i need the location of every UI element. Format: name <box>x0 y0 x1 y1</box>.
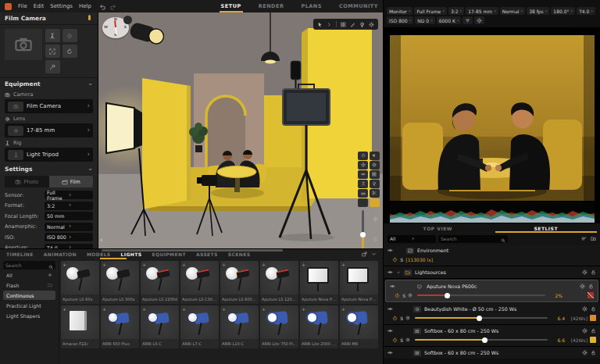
lock-icon[interactable] <box>591 306 596 312</box>
compass-widget[interactable]: N W E S <box>102 16 132 40</box>
light-product-card[interactable]: +ARRI Lite 750 Plus <box>260 305 298 348</box>
viewport-cursor-button[interactable] <box>317 22 323 27</box>
add-light-button[interactable]: + <box>262 306 266 312</box>
light-product-card[interactable]: +Aputure LS 60x <box>61 261 99 304</box>
filter-dropdown[interactable]: All › <box>388 235 436 243</box>
tool-rotate-button[interactable] <box>62 45 77 58</box>
slider-knob[interactable] <box>445 293 450 298</box>
tool-wrench-button[interactable] <box>45 60 60 73</box>
lock-icon[interactable] <box>591 328 596 334</box>
add-light-button[interactable]: + <box>222 262 226 267</box>
intensity-slider[interactable] <box>417 294 545 296</box>
category-practical-light[interactable]: Practical Light <box>3 301 55 310</box>
stack-person-button[interactable] <box>358 180 368 188</box>
setlist-item[interactable]: Softbox - 60 x 80 cm - 250 WsS8.0[42Ws] <box>384 347 600 359</box>
power-icon[interactable] <box>392 257 398 262</box>
light-product-card[interactable]: +Aputure LS 600d Pro <box>220 261 259 304</box>
height-slider[interactable]: 5.6 <box>358 210 368 249</box>
tab-setup[interactable]: SETUP <box>221 0 241 12</box>
tab-community[interactable]: COMMUNITY <box>339 0 378 12</box>
add-light-button[interactable]: + <box>341 306 345 312</box>
menu-settings[interactable]: Settings <box>50 3 73 9</box>
monitor-setting-1785mm[interactable]: 17-85 mm› <box>466 7 498 15</box>
color-wheel-button[interactable] <box>462 16 473 24</box>
light-product-card[interactable]: +ARRI Lite 2000 Plus <box>300 305 338 348</box>
intensity-slider[interactable] <box>415 339 548 341</box>
stack-target-button[interactable] <box>370 161 380 170</box>
mode-photo-button[interactable]: Photo <box>5 176 49 187</box>
sort-button[interactable] <box>581 236 587 241</box>
light-product-card[interactable]: +Amaran F22c <box>61 305 99 348</box>
stack-speaker-button[interactable] <box>370 152 380 160</box>
nav-rotate-button[interactable] <box>373 230 378 245</box>
add-light-button[interactable]: + <box>142 262 146 267</box>
monitor-setting-normal[interactable]: Normal› <box>500 7 525 15</box>
tool-tripod-button[interactable] <box>45 29 60 42</box>
setlist-item[interactable]: Softbox - 60 x 80 cm - 250 WsS6.6[42Ws] <box>384 325 600 347</box>
add-light-button[interactable]: + <box>302 262 305 267</box>
power-icon[interactable] <box>395 293 400 298</box>
viewport-gear-button[interactable] <box>369 22 374 27</box>
tab-render[interactable]: RENDER <box>259 0 284 12</box>
light-color-swatch[interactable] <box>590 337 596 343</box>
setting-value-anamorphic[interactable]: Normal› <box>45 223 93 231</box>
viewport-frames-button[interactable] <box>341 22 346 27</box>
chev-down-button[interactable] <box>371 252 377 257</box>
nav-move-button[interactable] <box>373 210 378 225</box>
setlist-search-input[interactable] <box>441 236 499 241</box>
equipment-item-camera[interactable]: Film Camera› <box>5 99 93 113</box>
gear-icon[interactable] <box>582 269 588 275</box>
stack-scissors-button[interactable] <box>370 189 380 198</box>
tab-plans[interactable]: PLANS <box>301 0 322 12</box>
gear-icon[interactable] <box>580 284 585 289</box>
expand-button[interactable] <box>362 252 367 257</box>
monitor-setting-6000k[interactable]: 6000 K› <box>437 16 462 24</box>
lock-icon[interactable] <box>591 350 596 355</box>
slider-knob[interactable] <box>477 316 482 321</box>
add-light-button[interactable]: + <box>62 306 66 312</box>
slider-knob[interactable] <box>482 337 488 343</box>
monitor-setting-iso800[interactable]: ISO 800› <box>387 16 413 24</box>
tab-lights[interactable]: LIGHTS <box>121 252 142 257</box>
light-product-card[interactable]: +ARRI L7-C <box>180 305 219 348</box>
category-light-shapers[interactable]: Light Shapers <box>3 311 55 320</box>
viewport-chev-right-button[interactable] <box>327 22 332 27</box>
light-product-card[interactable]: +ARRI 650 Plus <box>101 305 139 348</box>
add-light-button[interactable]: + <box>302 306 305 312</box>
power-icon[interactable] <box>392 337 398 343</box>
setting-value-format[interactable]: 3:2› <box>45 202 93 210</box>
gear-icon[interactable] <box>582 328 588 334</box>
add-light-button[interactable]: + <box>102 306 106 312</box>
tab-models[interactable]: MODELS <box>87 252 111 257</box>
menu-file[interactable]: File <box>18 3 27 9</box>
solo-toggle[interactable]: S <box>402 293 405 298</box>
add-light-button[interactable]: + <box>182 262 186 267</box>
tool-focus-button[interactable] <box>45 45 60 58</box>
tab-animation[interactable]: ANIMATION <box>44 252 77 257</box>
library-search-input[interactable] <box>5 262 47 268</box>
stack-frames-button[interactable] <box>370 170 380 179</box>
add-light-button[interactable]: + <box>102 262 106 267</box>
setlist-item[interactable]: Aputure Nova P600cS2% <box>385 280 598 302</box>
viewport-3d[interactable]: N W E S 5.6 Orbit ‹ <box>98 12 383 248</box>
add-light-button[interactable]: + <box>62 262 66 267</box>
monitor-setting-nd0[interactable]: ND 0› <box>415 16 434 24</box>
light-product-card[interactable]: +ARRI L5-C <box>141 305 179 348</box>
tab-assets[interactable]: ASSETS <box>196 252 218 257</box>
category-continuous[interactable]: Continuous <box>3 291 55 300</box>
lock-icon[interactable] <box>588 284 594 289</box>
setting-value-focallength[interactable]: 50 mm <box>45 212 93 220</box>
menu-edit[interactable]: Edit <box>34 3 45 9</box>
light-product-card[interactable]: +Aputure Nova P600c <box>340 261 378 304</box>
add-light-button[interactable]: + <box>262 262 266 267</box>
eye-icon[interactable] <box>388 269 393 275</box>
monitor-settings-button[interactable] <box>474 16 484 24</box>
collapse-panel-button[interactable]: ‹ <box>100 237 103 244</box>
solo-toggle[interactable]: S <box>400 316 403 321</box>
stack-ruler-button[interactable] <box>358 189 368 198</box>
category-all[interactable]: All <box>3 270 55 280</box>
category-flash[interactable]: Flash <box>3 280 55 290</box>
stack-eye-button[interactable] <box>358 170 368 179</box>
light-product-card[interactable]: +Aputure LS 1200d Pro <box>260 261 298 304</box>
viewport-pen-button[interactable] <box>350 22 355 27</box>
